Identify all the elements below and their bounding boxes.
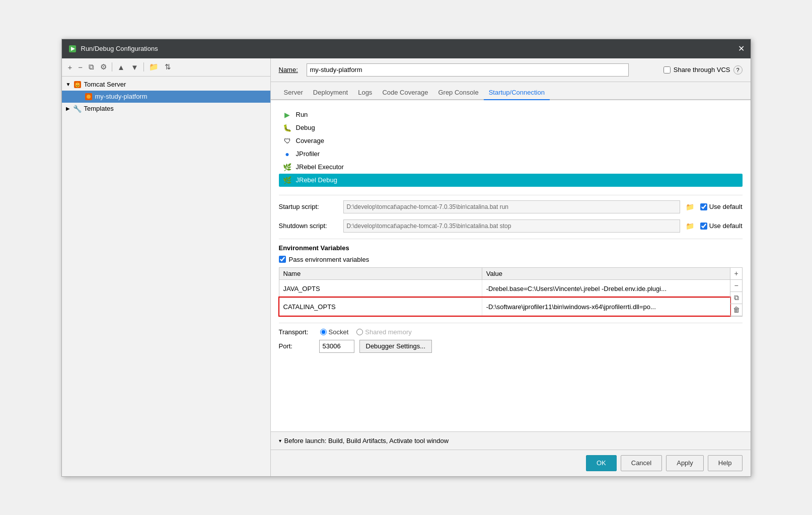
copy-config-button[interactable]: ⧉	[87, 61, 96, 72]
folder-button[interactable]: 📁	[147, 61, 161, 72]
executor-coverage[interactable]: 🛡 Coverage	[279, 134, 743, 148]
tab-server[interactable]: Server	[279, 86, 308, 100]
env-vars-title: Environment Variables	[279, 244, 743, 252]
tree-arrow-templates: ▶	[66, 106, 73, 111]
executor-debug[interactable]: 🐛 Debug	[279, 121, 743, 134]
env-row-java-opts[interactable]: JAVA_OPTS -Drebel.base=C:\Users\Vincente…	[279, 279, 730, 298]
startup-use-default-checkbox[interactable]	[700, 203, 707, 210]
tree-group-tomcat[interactable]: ▼ 🐱 Tomcat Server	[62, 79, 270, 91]
coverage-label: Coverage	[296, 137, 324, 144]
startup-use-default-row: Use default	[700, 203, 743, 210]
close-button[interactable]: ✕	[738, 45, 745, 53]
env-name-catalina-opts: CATALINA_OPTS	[279, 298, 482, 316]
jrebel-debug-label: JRebel Debug	[296, 176, 337, 184]
settings-config-button[interactable]: ⚙	[98, 61, 109, 72]
env-copy-button[interactable]: ⧉	[730, 292, 743, 304]
left-panel: + − ⧉ ⚙ ▲ ▼ 📁 ⇅ ▼	[62, 58, 271, 476]
jprofiler-icon: ●	[283, 150, 292, 159]
shared-memory-radio-label: Shared memory	[365, 328, 411, 336]
shared-memory-radio[interactable]	[356, 329, 363, 335]
env-delete-button[interactable]: 🗑	[730, 304, 743, 316]
svg-point-6	[87, 95, 91, 99]
executor-list: ▶ Run 🐛 Debug 🛡 Coverage ● JProfiler	[279, 108, 743, 187]
dialog-icon	[68, 44, 77, 53]
env-table-header: Name Value	[279, 268, 730, 280]
toolbar: + − ⧉ ⚙ ▲ ▼ 📁 ⇅	[62, 58, 270, 77]
tree-item-config[interactable]: my-study-platform	[62, 91, 270, 103]
config-tree: ▼ 🐱 Tomcat Server	[62, 77, 270, 476]
env-table-wrapper: Name Value JAVA_OPTS -Drebel.base=C:\Use…	[279, 267, 743, 317]
pass-env-label: Pass environment variables	[289, 256, 370, 263]
executor-jrebel-exec[interactable]: 🌿 JRebel Executor	[279, 161, 743, 174]
content-area: ▶ Run 🐛 Debug 🛡 Coverage ● JProfiler	[271, 100, 751, 431]
share-vcs-label: Share through VCS	[674, 66, 730, 73]
debug-icon: 🐛	[283, 123, 292, 132]
ok-button[interactable]: OK	[586, 455, 617, 471]
bottom-bar: OK Cancel Apply Help	[271, 450, 751, 476]
socket-radio[interactable]	[320, 329, 327, 335]
shutdown-folder-button[interactable]: 📁	[684, 220, 696, 232]
executor-jrebel-debug[interactable]: 🌿 JRebel Debug	[279, 174, 743, 187]
divider-2	[279, 239, 743, 239]
share-vcs-checkbox[interactable]	[663, 66, 671, 73]
startup-folder-button[interactable]: 📁	[684, 201, 696, 213]
move-up-button[interactable]: ▲	[115, 62, 127, 72]
templates-label: Templates	[84, 105, 114, 112]
executor-run[interactable]: ▶ Run	[279, 108, 743, 121]
startup-script-section: Startup script: 📁 Use default	[279, 200, 743, 213]
tab-startup[interactable]: Startup/Connection	[484, 86, 550, 100]
env-table-actions: + − ⧉ 🗑	[730, 268, 742, 316]
apply-button[interactable]: Apply	[666, 455, 704, 471]
name-label: Name:	[279, 66, 302, 73]
add-config-button[interactable]: +	[66, 62, 75, 72]
env-row-catalina-opts[interactable]: CATALINA_OPTS -D:\software\jprofiler11\b…	[279, 298, 730, 316]
env-name-java-opts: JAVA_OPTS	[279, 279, 482, 298]
shutdown-use-default-checkbox[interactable]	[700, 223, 707, 230]
socket-radio-item[interactable]: Socket	[320, 328, 349, 336]
cancel-button[interactable]: Cancel	[621, 455, 662, 471]
svg-text:🐱: 🐱	[75, 83, 80, 88]
before-launch-arrow: ▾	[279, 438, 281, 444]
shutdown-use-default-label: Use default	[709, 222, 743, 230]
tomcat-group-label: Tomcat Server	[84, 81, 126, 88]
remove-config-button[interactable]: −	[76, 62, 85, 72]
executor-jprofiler[interactable]: ● JProfiler	[279, 148, 743, 161]
env-remove-button[interactable]: −	[730, 280, 743, 292]
tree-item-templates[interactable]: ▶ 🔧 Templates	[62, 103, 270, 115]
move-down-button[interactable]: ▼	[129, 62, 140, 72]
env-add-button[interactable]: +	[730, 268, 743, 280]
wrench-icon: 🔧	[73, 104, 82, 113]
run-label: Run	[296, 111, 308, 118]
shared-memory-radio-item[interactable]: Shared memory	[356, 328, 411, 336]
transport-label: Transport:	[279, 328, 314, 336]
divider-3	[279, 323, 743, 323]
jrebel-debug-icon: 🌿	[283, 176, 292, 185]
title-bar-left: Run/Debug Configurations	[68, 44, 158, 53]
right-panel: Name: Share through VCS ? Server Deploym…	[271, 58, 751, 476]
name-row: Name: Share through VCS ?	[271, 58, 751, 82]
tab-grep[interactable]: Grep Console	[433, 86, 483, 100]
env-table: Name Value JAVA_OPTS -Drebel.base=C:\Use…	[279, 268, 730, 316]
before-launch-label: Before launch: Build, Build Artifacts, A…	[284, 437, 449, 445]
help-button[interactable]: Help	[708, 455, 743, 471]
toolbar-separator	[112, 62, 112, 71]
shutdown-script-section: Shutdown script: 📁 Use default	[279, 219, 743, 233]
port-input[interactable]	[319, 340, 354, 353]
startup-use-default-label: Use default	[709, 203, 743, 210]
tomcat-group-icon: 🐱	[73, 80, 82, 89]
shutdown-script-input[interactable]	[343, 219, 680, 233]
name-input[interactable]	[307, 63, 629, 77]
pass-env-checkbox[interactable]	[279, 256, 286, 263]
tab-deployment[interactable]: Deployment	[308, 86, 353, 100]
sort-button[interactable]: ⇅	[163, 61, 173, 72]
env-col-value: Value	[482, 268, 729, 280]
tab-coverage[interactable]: Code Coverage	[377, 86, 433, 100]
before-launch-toggle[interactable]: ▾ Before launch: Build, Build Artifacts,…	[279, 437, 743, 445]
env-value-java-opts: -Drebel.base=C:\Users\Vincente\.jrebel -…	[482, 279, 729, 298]
help-icon-button[interactable]: ?	[733, 65, 743, 75]
debugger-settings-button[interactable]: Debugger Settings...	[359, 340, 432, 353]
startup-script-input[interactable]	[343, 200, 680, 213]
port-label: Port:	[279, 342, 314, 350]
tab-logs[interactable]: Logs	[353, 86, 377, 100]
env-col-name: Name	[279, 268, 482, 280]
